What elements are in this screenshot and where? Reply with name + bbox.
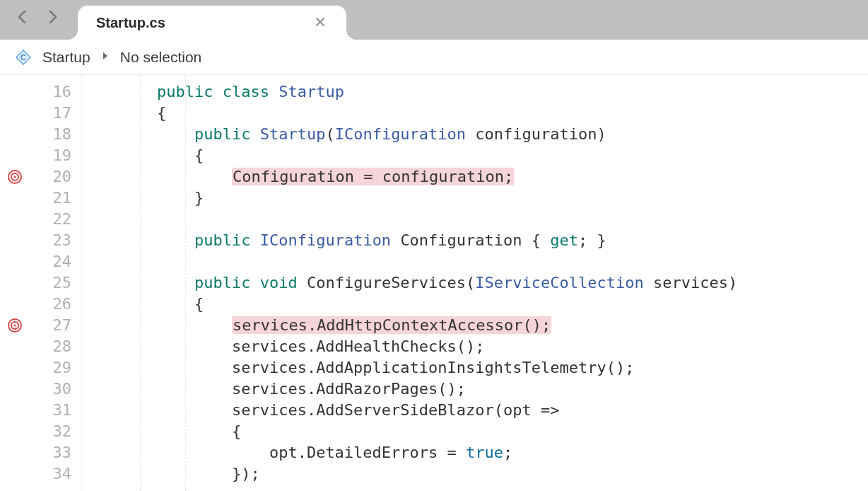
gutter-markers [0, 75, 31, 491]
line-number: 30 [31, 380, 81, 398]
code-line[interactable]: services.AddHttpContextAccessor(); [82, 314, 868, 335]
code-line[interactable]: } [82, 187, 868, 208]
code-line[interactable]: services.AddRazorPages(); [82, 378, 868, 399]
code-line[interactable]: { [82, 420, 868, 441]
tab-bar: Startup.cs [0, 0, 868, 40]
breakpoint-marker-icon[interactable] [7, 318, 23, 333]
code-line[interactable]: { [82, 144, 868, 166]
line-number: 24 [31, 253, 81, 270]
code-line[interactable]: public class Startup [82, 81, 868, 102]
line-number: 21 [31, 189, 81, 207]
code-line[interactable]: services.AddHealthChecks(); [82, 335, 868, 357]
svg-text:C: C [20, 53, 26, 62]
line-number: 18 [31, 125, 81, 143]
nav-arrows [13, 10, 65, 40]
breadcrumb-bar: C Startup No selection [0, 40, 868, 75]
code-line[interactable]: public void ConfigureServices(IServiceCo… [82, 272, 868, 293]
line-number: 29 [31, 359, 81, 376]
line-number: 19 [31, 146, 81, 164]
code-editor[interactable]: 16 17 18 19 20 21 22 23 24 25 26 27 28 2… [0, 75, 868, 491]
line-number: 16 [31, 83, 81, 100]
code-line[interactable] [82, 250, 868, 272]
line-number: 33 [31, 444, 81, 461]
breadcrumb-item-1[interactable]: Startup [42, 49, 90, 66]
line-number: 26 [31, 295, 81, 313]
code-line[interactable]: { [82, 293, 868, 314]
svg-point-7 [13, 324, 16, 326]
line-number: 32 [31, 422, 81, 440]
line-number: 28 [31, 337, 81, 355]
code-line[interactable]: Configuration = configuration; [82, 166, 868, 187]
chevron-right-icon [102, 51, 109, 63]
code-line[interactable]: { [82, 102, 868, 123]
file-tab[interactable]: Startup.cs [78, 6, 346, 40]
code-line[interactable]: }); [82, 463, 868, 484]
line-number: 34 [31, 465, 81, 483]
line-number: 23 [31, 231, 81, 249]
tab-title: Startup.cs [96, 15, 312, 31]
code-line[interactable]: services.AddApplicationInsightsTelemetry… [82, 357, 868, 378]
code-area[interactable]: public class Startup { public Startup(IC… [82, 75, 868, 491]
breakpoint-marker-icon[interactable] [7, 169, 23, 185]
class-icon: C [16, 50, 31, 65]
line-number: 17 [31, 104, 81, 122]
code-line[interactable] [82, 208, 868, 229]
forward-button[interactable] [48, 10, 58, 28]
breadcrumb-item-2[interactable]: No selection [120, 49, 202, 66]
code-line[interactable]: public Startup(IConfiguration configurat… [82, 123, 868, 144]
gutter-line-numbers: 16 17 18 19 20 21 22 23 24 25 26 27 28 2… [31, 75, 82, 491]
code-line[interactable]: services.AddServerSideBlazor(opt => [82, 399, 868, 420]
code-line[interactable]: public IConfiguration Configuration { ge… [82, 229, 868, 250]
line-number: 22 [31, 210, 81, 228]
line-number: 20 [31, 168, 81, 185]
code-line[interactable]: opt.DetailedErrors = true; [82, 441, 868, 463]
back-button[interactable] [17, 10, 27, 28]
line-number: 31 [31, 401, 81, 419]
line-number: 25 [31, 274, 81, 291]
close-tab-button[interactable] [312, 13, 328, 33]
svg-point-4 [13, 175, 16, 178]
line-number: 27 [31, 316, 81, 334]
